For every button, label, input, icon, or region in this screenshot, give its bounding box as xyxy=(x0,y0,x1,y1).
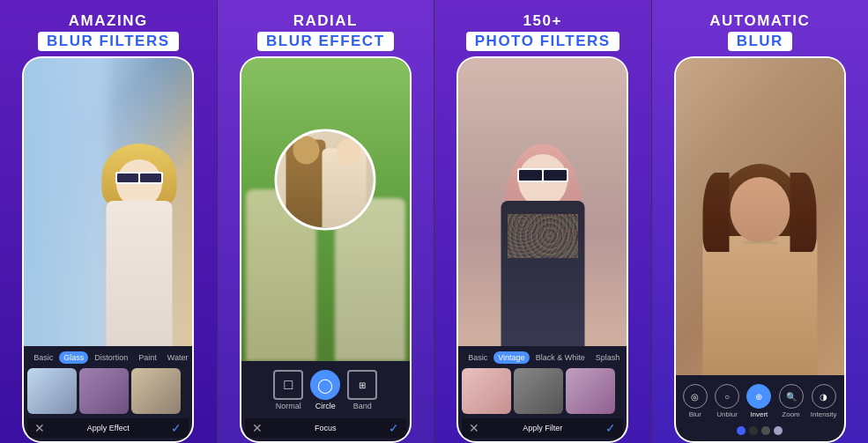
thumbnail-2[interactable] xyxy=(79,368,129,414)
tab-distortion[interactable]: Distortion xyxy=(90,351,132,364)
phone-frame-4: ◎ Blur ○ Unblur ⊕ Invert 🔍 Zoom ◑ Int xyxy=(674,56,846,443)
phone-2-controls: □ Normal ◯ Circle ⊞ Band ✕ Focus ✓ xyxy=(241,361,410,441)
unblur-tool-icon[interactable]: ○ xyxy=(715,384,739,409)
tool-invert[interactable]: ⊕ Invert xyxy=(746,384,771,418)
thumbnail-row-3 xyxy=(462,368,623,414)
focus-label[interactable]: Focus xyxy=(263,424,389,432)
invert-label: Invert xyxy=(750,410,768,418)
intensity-label: Intensity xyxy=(811,410,837,418)
close-icon-3[interactable]: ✕ xyxy=(469,421,479,435)
shape-row: □ Normal ◯ Circle ⊞ Band xyxy=(245,366,406,414)
action-bar-2: ✕ Focus ✓ xyxy=(245,418,406,438)
color-dot-3[interactable] xyxy=(761,426,770,435)
panel-3-title-line1: 150+ xyxy=(466,12,619,30)
panel-4-title-line2: BLUR xyxy=(728,32,792,51)
zoom-tool-icon[interactable]: 🔍 xyxy=(779,384,804,409)
color-dot-2[interactable] xyxy=(749,426,758,435)
thumbnail-3b[interactable] xyxy=(514,368,563,414)
shape-normal[interactable]: □ Normal xyxy=(273,370,303,410)
check-icon-2[interactable]: ✓ xyxy=(389,421,399,435)
tools-row: ◎ Blur ○ Unblur ⊕ Invert 🔍 Zoom ◑ Int xyxy=(679,380,841,420)
intensity-tool-icon[interactable]: ◑ xyxy=(812,384,836,409)
panel-3-title: 150+ PHOTO FILTERS xyxy=(466,12,619,51)
color-dot-1[interactable] xyxy=(737,426,746,435)
phone-3-controls: Basic Vintage Black & White Splash ✕ App… xyxy=(458,346,627,441)
zoom-label: Zoom xyxy=(782,410,799,418)
tool-intensity[interactable]: ◑ Intensity xyxy=(811,384,837,418)
normal-label: Normal xyxy=(276,402,301,410)
check-icon-1[interactable]: ✓ xyxy=(171,421,182,435)
tab-bw[interactable]: Black & White xyxy=(531,351,590,364)
blur-label: Blur xyxy=(689,410,701,418)
tab-basic-1[interactable]: Basic xyxy=(29,351,57,364)
panel-radial-blur: RADIAL BLUR EFFECT □ Normal xyxy=(218,0,434,443)
blur-tool-icon[interactable]: ◎ xyxy=(683,384,708,409)
tab-vintage[interactable]: Vintage xyxy=(493,351,529,364)
panel-3-title-line2: PHOTO FILTERS xyxy=(466,32,619,51)
circle-label: Circle xyxy=(315,402,336,410)
phone-image-2 xyxy=(241,58,410,361)
unblur-label: Unblur xyxy=(716,410,738,418)
phone-image-3 xyxy=(458,58,627,346)
filter-tabs-1: Basic Glass Distortion Paint Water xyxy=(27,351,189,364)
circle-shape-icon[interactable]: ◯ xyxy=(310,370,340,400)
close-icon-1[interactable]: ✕ xyxy=(34,421,45,435)
panel-2-title-line2: BLUR EFFECT xyxy=(257,32,394,51)
thumbnail-row-1 xyxy=(27,368,189,414)
phone-frame-3: Basic Vintage Black & White Splash ✕ App… xyxy=(456,56,628,443)
tool-unblur[interactable]: ○ Unblur xyxy=(715,384,739,418)
action-bar-1: ✕ Apply Effect ✓ xyxy=(27,418,189,438)
apply-filter-label[interactable]: Apply Filter xyxy=(479,424,605,432)
phone-1-controls: Basic Glass Distortion Paint Water ✕ App… xyxy=(24,346,192,441)
phone-image-4 xyxy=(676,58,844,375)
phone-frame-2: □ Normal ◯ Circle ⊞ Band ✕ Focus ✓ xyxy=(240,56,412,443)
panel-4-title: AUTOMATIC BLUR xyxy=(709,12,810,51)
band-shape-icon[interactable]: ⊞ xyxy=(347,370,377,400)
tab-glass[interactable]: Glass xyxy=(59,351,88,364)
thumbnail-3c[interactable] xyxy=(566,368,615,414)
tab-splash[interactable]: Splash xyxy=(591,351,625,364)
shape-circle[interactable]: ◯ Circle xyxy=(310,370,340,410)
panel-blur-filters: AMAZING BLUR FILTERS Basic xyxy=(0,0,217,443)
normal-shape-icon[interactable]: □ xyxy=(273,370,303,400)
thumbnail-3[interactable] xyxy=(131,368,181,414)
shape-band[interactable]: ⊞ Band xyxy=(347,370,377,410)
action-bar-3: ✕ Apply Filter ✓ xyxy=(462,418,623,438)
invert-tool-icon[interactable]: ⊕ xyxy=(746,384,771,409)
tool-blur[interactable]: ◎ Blur xyxy=(683,384,708,418)
color-dot-4[interactable] xyxy=(774,426,783,435)
tool-zoom[interactable]: 🔍 Zoom xyxy=(779,384,804,418)
tab-water[interactable]: Water xyxy=(163,351,193,364)
panel-2-title-line1: RADIAL xyxy=(257,12,394,30)
panel-4-title-line1: AUTOMATIC xyxy=(709,12,810,30)
panel-automatic-blur: AUTOMATIC BLUR ◎ xyxy=(652,0,869,443)
phone-4-controls: ◎ Blur ○ Unblur ⊕ Invert 🔍 Zoom ◑ Int xyxy=(676,375,844,441)
band-label: Band xyxy=(353,402,372,410)
color-dots xyxy=(679,424,841,438)
thumbnail-1[interactable] xyxy=(27,368,77,414)
panel-1-title: AMAZING BLUR FILTERS xyxy=(38,12,179,51)
filter-tabs-3: Basic Vintage Black & White Splash xyxy=(462,351,623,364)
check-icon-3[interactable]: ✓ xyxy=(605,421,616,435)
thumbnail-3a[interactable] xyxy=(462,368,511,414)
panel-1-title-line2: BLUR FILTERS xyxy=(38,32,179,51)
apply-effect-label[interactable]: Apply Effect xyxy=(45,424,171,432)
close-icon-2[interactable]: ✕ xyxy=(252,421,263,435)
tab-paint[interactable]: Paint xyxy=(134,351,161,364)
panel-photo-filters: 150+ PHOTO FILTERS xyxy=(434,0,651,443)
phone-frame-1: Basic Glass Distortion Paint Water ✕ App… xyxy=(22,56,194,443)
panel-2-title: RADIAL BLUR EFFECT xyxy=(257,12,394,51)
tab-basic-3[interactable]: Basic xyxy=(464,351,492,364)
panel-1-title-line1: AMAZING xyxy=(38,12,179,30)
phone-image-1 xyxy=(24,58,192,346)
